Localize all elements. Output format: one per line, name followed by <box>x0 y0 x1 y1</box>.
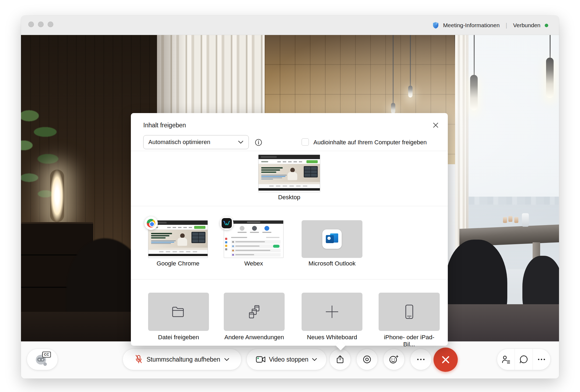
desktop-share-thumbnail[interactable] <box>258 155 320 192</box>
desktop-label: Desktop <box>258 194 320 201</box>
traffic-lights <box>28 22 53 27</box>
panel-buttons <box>497 349 550 370</box>
outlook-share-tile[interactable] <box>302 220 362 258</box>
participants-button[interactable] <box>497 349 515 370</box>
stop-video-button[interactable]: Video stoppen <box>247 349 326 370</box>
new-whiteboard-label: Neues Whiteboard <box>302 334 362 341</box>
webex-meeting-window: Meeting-Informationen | Verbunden <box>21 16 559 379</box>
stop-video-label: Video stoppen <box>269 356 309 363</box>
smiley-plus-icon <box>389 355 399 364</box>
outlook-icon <box>322 229 342 249</box>
end-call-button[interactable] <box>434 348 458 372</box>
reactions-button[interactable] <box>383 349 404 370</box>
chevron-down-icon <box>312 358 317 361</box>
meeting-info-link[interactable]: Meeting-Informationen <box>443 22 500 29</box>
titlebar-separator: | <box>504 22 509 29</box>
chrome-label: Google Chrome <box>148 260 208 267</box>
folder-icon <box>172 306 186 318</box>
optimize-dropdown[interactable]: Automatisch optimieren <box>143 135 249 149</box>
floor-lamp <box>50 170 64 222</box>
close-dialog-button[interactable] <box>431 121 440 130</box>
window-titlebar: Meeting-Informationen | Verbunden <box>21 16 559 35</box>
divider <box>131 206 448 206</box>
unmute-button[interactable]: Stummschaltung aufheben <box>123 349 241 370</box>
dialog-title: Inhalt freigeben <box>143 122 186 129</box>
chrome-app-badge <box>144 216 158 230</box>
plus-icon <box>324 304 340 319</box>
webex-app-badge <box>220 216 233 230</box>
record-icon <box>362 355 372 364</box>
share-file-tile[interactable] <box>148 293 209 331</box>
participants-icon <box>501 355 511 364</box>
assistant-robot-icon: CC <box>35 353 49 366</box>
glass <box>514 217 518 223</box>
carafe <box>522 213 529 227</box>
record-button[interactable] <box>357 349 378 370</box>
maximize-window-button[interactable] <box>48 22 53 27</box>
app-windows-icon <box>247 304 262 319</box>
chat-button[interactable] <box>515 349 532 370</box>
pendant-light <box>546 35 554 105</box>
video-camera-icon <box>256 356 265 363</box>
close-window-button[interactable] <box>28 22 34 27</box>
assistant-button[interactable]: CC <box>27 349 58 370</box>
minimize-window-button[interactable] <box>38 22 44 27</box>
ellipsis-icon <box>417 358 425 361</box>
pendant-light <box>407 35 414 121</box>
divider <box>131 279 448 279</box>
chrome-icon <box>147 219 155 228</box>
site-hero <box>258 164 320 184</box>
close-icon <box>432 122 439 128</box>
other-apps-label: Andere Anwendungen <box>224 334 285 341</box>
share-content-dialog: Inhalt freigeben Automatisch optimieren … <box>131 113 448 346</box>
unmute-label: Stummschaltung aufheben <box>146 356 220 363</box>
browser-chrome <box>258 155 320 159</box>
glass <box>508 216 512 222</box>
outlook-label: Microsoft Outlook <box>302 260 362 267</box>
ellipsis-icon <box>537 358 546 361</box>
new-whiteboard-tile[interactable] <box>302 293 362 331</box>
optimize-dropdown-value: Automatisch optimieren <box>148 139 210 146</box>
share-content-button[interactable] <box>330 349 351 370</box>
site-nav <box>258 159 320 164</box>
iphone-ipad-label: iPhone- oder iPad-Bil... <box>379 334 440 348</box>
meeting-control-bar: CC Stummschaltung aufheben Video stoppen <box>21 341 559 379</box>
iphone-ipad-tile[interactable] <box>379 293 440 331</box>
webex-label: Webex <box>224 260 284 267</box>
chat-bubble-icon <box>519 355 528 364</box>
share-file-label: Datei freigeben <box>148 334 209 341</box>
site-footer <box>258 184 320 188</box>
mic-muted-icon <box>135 355 143 364</box>
more-options-button[interactable] <box>410 349 431 370</box>
chevron-down-icon <box>224 358 229 361</box>
share-audio-checkbox[interactable] <box>302 138 309 146</box>
share-icon <box>336 355 345 364</box>
other-apps-tile[interactable] <box>224 293 285 331</box>
chevron-down-icon <box>238 139 244 146</box>
connection-status-label: Verbunden <box>513 22 540 29</box>
end-call-x-icon <box>441 355 450 364</box>
more-panels-button[interactable] <box>533 349 550 370</box>
dock-bar <box>258 188 320 191</box>
pendant-light <box>470 35 478 116</box>
pendant-light <box>389 35 397 116</box>
info-icon[interactable] <box>255 139 262 147</box>
floor-right <box>441 304 559 341</box>
glass <box>503 217 507 223</box>
cc-badge: CC <box>42 352 51 358</box>
connection-status-dot <box>545 24 548 27</box>
smartphone-icon <box>405 304 414 319</box>
webex-icon <box>222 218 232 228</box>
share-audio-label: Audioinhalte auf Ihrem Computer freigebe… <box>313 139 427 146</box>
shield-icon <box>432 22 439 29</box>
divider <box>131 151 448 151</box>
